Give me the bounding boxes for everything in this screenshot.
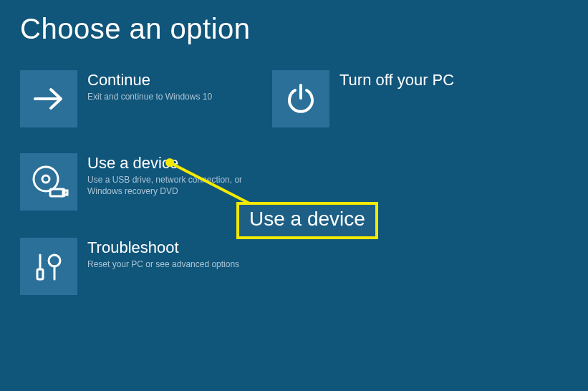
continue-title: Continue (87, 72, 212, 89)
tools-icon (20, 238, 77, 295)
poweroff-title: Turn off your PC (339, 72, 454, 89)
power-icon (272, 70, 329, 127)
continue-tile[interactable]: Continue Exit and continue to Windows 10 (20, 70, 256, 127)
callout-box: Use a device (236, 202, 378, 239)
disc-usb-icon (20, 153, 77, 211)
callout-text: Use a device (249, 208, 365, 230)
arrow-right-icon (20, 70, 77, 127)
svg-point-3 (42, 175, 49, 183)
troubleshoot-sub: Reset your PC or see advanced options (87, 259, 239, 271)
use-device-sub: Use a USB drive, network connection, or … (87, 175, 245, 197)
use-device-tile[interactable]: Use a device Use a USB drive, network co… (20, 153, 256, 211)
svg-point-2 (34, 167, 58, 191)
svg-rect-7 (37, 269, 43, 279)
continue-sub: Exit and continue to Windows 10 (87, 92, 212, 103)
troubleshoot-tile[interactable]: Troubleshoot Reset your PC or see advanc… (20, 238, 256, 295)
callout-dot (165, 158, 174, 167)
troubleshoot-title: Troubleshoot (87, 239, 239, 256)
poweroff-tile[interactable]: Turn off your PC (272, 70, 509, 127)
page-title: Choose an option (20, 13, 251, 45)
